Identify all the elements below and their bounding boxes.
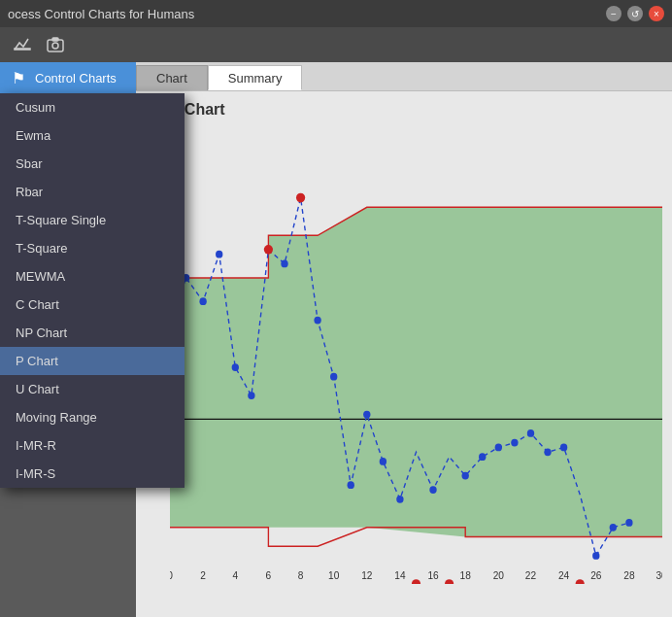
chart-title: P Chart <box>170 101 662 119</box>
dropdown-item-ewma[interactable]: Ewma <box>0 121 185 150</box>
data-point <box>396 496 403 503</box>
x-label-10: 10 <box>328 570 339 581</box>
data-point <box>560 444 567 452</box>
window-title: ocess Control Charts for Humans <box>8 7 194 21</box>
data-point <box>511 439 518 447</box>
data-point <box>281 260 287 268</box>
right-panel: Chart Summary P Chart <box>136 62 672 617</box>
data-point <box>314 317 320 325</box>
x-label-26: 26 <box>590 570 601 581</box>
x-label-2: 2 <box>200 570 206 581</box>
x-label-8: 8 <box>298 570 304 581</box>
dropdown-item-np-chart[interactable]: NP Chart <box>0 319 185 347</box>
data-point <box>479 453 486 461</box>
chart-type-dropdown: CusumEwmaSbarRbarT-Square SingleT-Square… <box>0 93 185 488</box>
dropdown-item-mewma[interactable]: MEWMA <box>0 262 185 291</box>
data-point <box>527 429 534 437</box>
signal-point <box>445 579 454 584</box>
signal-point <box>412 579 420 584</box>
x-label-24: 24 <box>558 570 569 581</box>
signal-point <box>576 579 585 584</box>
data-point <box>330 373 337 381</box>
x-label-16: 16 <box>427 570 438 581</box>
data-point <box>248 392 254 399</box>
svg-rect-1 <box>48 40 63 51</box>
dropdown-item-t-square-single[interactable]: T-Square Single <box>0 206 185 234</box>
chart-svg: 0.018 <box>170 122 662 584</box>
dropdown-item-i-mr-r[interactable]: I-MR-R <box>0 431 185 460</box>
title-bar: ocess Control Charts for Humans − ↺ × <box>0 0 672 27</box>
signal-point <box>264 245 273 255</box>
x-label-12: 12 <box>361 570 372 581</box>
camera-icon <box>46 35 65 54</box>
dropdown-item-t-square[interactable]: T-Square <box>0 234 185 262</box>
dropdown-item-p-chart[interactable]: P Chart <box>0 347 185 375</box>
dropdown-item-sbar[interactable]: Sbar <box>0 150 185 178</box>
minimize-button[interactable]: − <box>606 6 622 21</box>
svg-point-2 <box>52 43 58 49</box>
dropdown-item-rbar[interactable]: Rbar <box>0 178 185 206</box>
tab-summary-label: Summary <box>228 71 283 86</box>
dropdown-item-c-chart[interactable]: C Chart <box>0 291 185 319</box>
x-label-0: 0 <box>170 570 173 581</box>
chart-container: 0.018 <box>170 122 662 584</box>
dropdown-item-cusum[interactable]: Cusum <box>0 93 185 121</box>
tabs-bar: Chart Summary <box>136 62 672 91</box>
chart-line-icon <box>13 35 32 54</box>
data-point <box>462 472 469 480</box>
data-point <box>610 524 617 531</box>
x-label-28: 28 <box>623 570 634 581</box>
x-label-30: 30 <box>655 570 662 581</box>
tab-chart[interactable]: Chart <box>136 65 208 90</box>
x-label-4: 4 <box>232 570 238 581</box>
toolbar <box>0 27 672 62</box>
sidebar-header-label: Control Charts <box>35 71 117 86</box>
sidebar-header-button[interactable]: ⚑ Control Charts <box>0 62 136 93</box>
close-button[interactable]: × <box>649 6 664 21</box>
chart-fill-area <box>170 207 662 536</box>
x-label-20: 20 <box>493 570 504 581</box>
data-point <box>380 458 386 465</box>
data-point <box>199 297 206 305</box>
chart-area: P Chart 0.018 <box>136 91 672 617</box>
tab-summary[interactable]: Summary <box>208 65 303 90</box>
maximize-button[interactable]: ↺ <box>627 6 643 21</box>
x-label-18: 18 <box>460 570 471 581</box>
x-label-22: 22 <box>525 570 536 581</box>
data-point <box>495 444 502 452</box>
x-label-6: 6 <box>266 570 272 581</box>
main-layout: ⚑ Control Charts Chart Summary P Chart <box>0 62 672 617</box>
dropdown-item-i-mr-s[interactable]: I-MR-S <box>0 460 185 488</box>
data-point <box>216 251 222 258</box>
chart-icon-button[interactable] <box>8 31 37 58</box>
data-point <box>232 363 239 371</box>
camera-icon-button[interactable] <box>41 31 70 58</box>
svg-rect-3 <box>52 38 58 41</box>
sidebar-logo-icon: ⚑ <box>8 67 29 88</box>
x-label-14: 14 <box>394 570 405 581</box>
dropdown-item-moving-range[interactable]: Moving Range <box>0 403 185 431</box>
tab-chart-label: Chart <box>156 71 187 86</box>
window-controls: − ↺ × <box>606 6 664 21</box>
data-point <box>348 481 354 489</box>
data-point <box>544 448 551 456</box>
data-point <box>625 519 632 527</box>
data-point <box>363 411 370 419</box>
data-point <box>592 552 599 560</box>
data-point <box>429 486 436 494</box>
dropdown-item-u-chart[interactable]: U Chart <box>0 375 185 403</box>
signal-point <box>296 193 305 203</box>
svg-rect-0 <box>15 49 30 50</box>
